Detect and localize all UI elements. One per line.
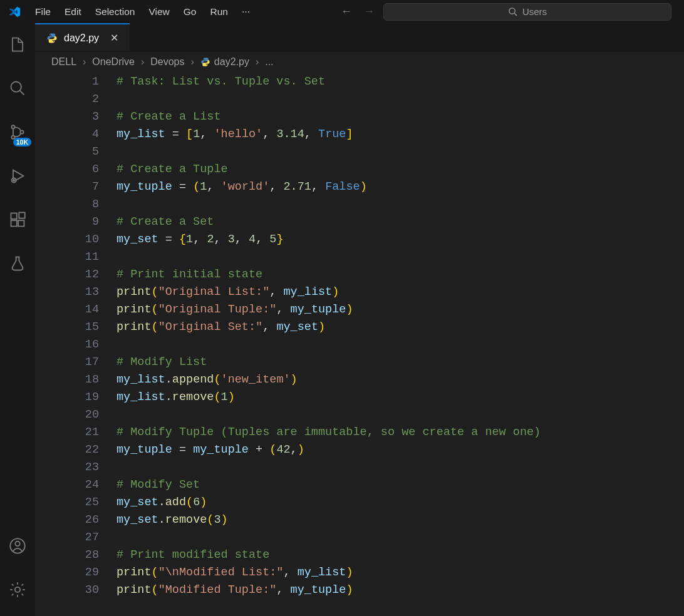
menu-selection[interactable]: Selection <box>89 4 142 20</box>
svg-point-4 <box>11 125 14 128</box>
svg-rect-8 <box>11 213 17 219</box>
line-number: 14 <box>35 301 99 319</box>
menu-run[interactable]: Run <box>204 4 234 20</box>
tab-label: day2.py <box>64 33 99 44</box>
tab-bar: day2.py ✕ <box>35 23 684 52</box>
code-line[interactable]: print("Original List:", my_list) <box>117 284 684 301</box>
activity-testing-icon[interactable] <box>0 249 35 279</box>
code-line[interactable]: # Print modified state <box>117 547 684 564</box>
svg-line-1 <box>514 13 517 16</box>
menu-edit[interactable]: Edit <box>58 4 88 20</box>
breadcrumb-item[interactable]: ... <box>265 56 273 68</box>
code-line[interactable]: print("\nModified List:", my_list) <box>117 564 684 582</box>
svg-point-6 <box>20 130 23 133</box>
line-number: 9 <box>35 213 99 231</box>
code-line[interactable]: my_tuple = (1, 'world', 2.71, False) <box>117 178 684 196</box>
line-number: 18 <box>35 371 99 389</box>
breadcrumb-item[interactable]: DELL <box>51 56 76 68</box>
code-line[interactable] <box>117 143 684 161</box>
search-icon <box>508 7 517 16</box>
code-line[interactable]: # Print initial state <box>117 266 684 284</box>
code-line[interactable]: # Modify Tuple (Tuples are immutable, so… <box>117 424 684 441</box>
activity-bar: 10K <box>0 23 35 616</box>
tab-day2-py[interactable]: day2.py ✕ <box>35 23 130 51</box>
tab-close-icon[interactable]: ✕ <box>108 31 121 45</box>
breadcrumb-item[interactable]: Devops <box>150 56 184 68</box>
activity-explorer-icon[interactable] <box>0 29 35 59</box>
breadcrumb-file-label: day2.py <box>214 56 249 68</box>
line-number: 19 <box>35 389 99 406</box>
menu-bar: File Edit Selection View Go Run ··· <box>29 4 256 20</box>
code-line[interactable]: print("Original Tuple:", my_tuple) <box>117 301 684 319</box>
activity-source-control-icon[interactable]: 10K <box>0 117 35 147</box>
nav-back-icon[interactable]: ← <box>341 5 352 18</box>
code-line[interactable]: my_set = {1, 2, 3, 4, 5} <box>117 231 684 249</box>
code-line[interactable] <box>117 406 684 424</box>
command-center-search[interactable]: Users <box>383 3 671 21</box>
code-lines[interactable]: # Task: List vs. Tuple vs. Set# Create a… <box>117 73 684 616</box>
line-number: 13 <box>35 284 99 301</box>
chevron-right-icon: › <box>191 56 194 68</box>
code-line[interactable]: # Create a Tuple <box>117 161 684 178</box>
code-line[interactable] <box>117 196 684 213</box>
line-number: 3 <box>35 108 99 126</box>
code-line[interactable]: my_list.append('new_item') <box>117 371 684 389</box>
activity-extensions-icon[interactable] <box>0 205 35 235</box>
code-line[interactable]: my_list = [1, 'hello', 3.14, True] <box>117 126 684 143</box>
svg-rect-10 <box>18 220 24 226</box>
code-line[interactable] <box>117 249 684 266</box>
scm-badge: 10K <box>13 138 31 146</box>
vscode-logo-icon <box>8 5 21 19</box>
code-line[interactable]: my_list.remove(1) <box>117 389 684 406</box>
line-number: 15 <box>35 319 99 336</box>
breadcrumb-item-file[interactable]: day2.py <box>200 56 249 68</box>
code-line[interactable]: # Modify Set <box>117 476 684 494</box>
code-line[interactable]: # Create a List <box>117 108 684 126</box>
activity-run-debug-icon[interactable] <box>0 161 35 191</box>
activity-accounts-icon[interactable] <box>0 531 35 561</box>
line-number: 5 <box>35 143 99 161</box>
line-number: 21 <box>35 424 99 441</box>
line-number: 24 <box>35 476 99 494</box>
svg-line-3 <box>20 91 24 95</box>
code-line[interactable]: my_set.remove(3) <box>117 511 684 529</box>
svg-point-13 <box>15 542 19 546</box>
title-center: ← → Users <box>259 3 679 21</box>
code-line[interactable] <box>117 459 684 476</box>
activity-search-icon[interactable] <box>0 73 35 103</box>
activity-settings-icon[interactable] <box>0 575 35 605</box>
code-line[interactable] <box>117 336 684 354</box>
title-bar: File Edit Selection View Go Run ··· ← → … <box>0 0 684 23</box>
code-editor[interactable]: 1234567891011121314151617181920212223242… <box>35 72 684 616</box>
code-line[interactable]: # Task: List vs. Tuple vs. Set <box>117 73 684 91</box>
code-line[interactable] <box>117 529 684 547</box>
svg-point-0 <box>509 8 515 14</box>
svg-point-2 <box>11 82 21 92</box>
menu-file[interactable]: File <box>29 4 57 20</box>
menu-go[interactable]: Go <box>177 4 203 20</box>
code-line[interactable]: print("Original Set:", my_set) <box>117 319 684 336</box>
code-line[interactable]: print("Modified Tuple:", my_tuple) <box>117 582 684 599</box>
line-number: 12 <box>35 266 99 284</box>
menu-view[interactable]: View <box>142 4 175 20</box>
editor-area: day2.py ✕ DELL › OneDrive › Devops › day… <box>35 23 684 616</box>
svg-rect-11 <box>19 212 24 218</box>
line-number: 17 <box>35 354 99 371</box>
search-placeholder: Users <box>522 6 547 17</box>
line-number: 27 <box>35 529 99 547</box>
breadcrumb-item[interactable]: OneDrive <box>92 56 135 68</box>
code-line[interactable] <box>117 91 684 108</box>
code-line[interactable]: my_tuple = my_tuple + (42,) <box>117 441 684 459</box>
breadcrumb[interactable]: DELL › OneDrive › Devops › day2.py › ... <box>35 52 684 72</box>
code-line[interactable]: # Create a Set <box>117 213 684 231</box>
line-number: 16 <box>35 336 99 354</box>
line-number: 28 <box>35 547 99 564</box>
nav-forward-icon[interactable]: → <box>363 5 375 18</box>
menu-overflow-icon[interactable]: ··· <box>236 4 256 20</box>
line-number-gutter: 1234567891011121314151617181920212223242… <box>35 73 117 616</box>
line-number: 11 <box>35 249 99 266</box>
code-line[interactable]: # Modify List <box>117 354 684 371</box>
code-line[interactable]: my_set.add(6) <box>117 494 684 511</box>
chevron-right-icon: › <box>256 56 259 68</box>
line-number: 1 <box>35 73 99 91</box>
